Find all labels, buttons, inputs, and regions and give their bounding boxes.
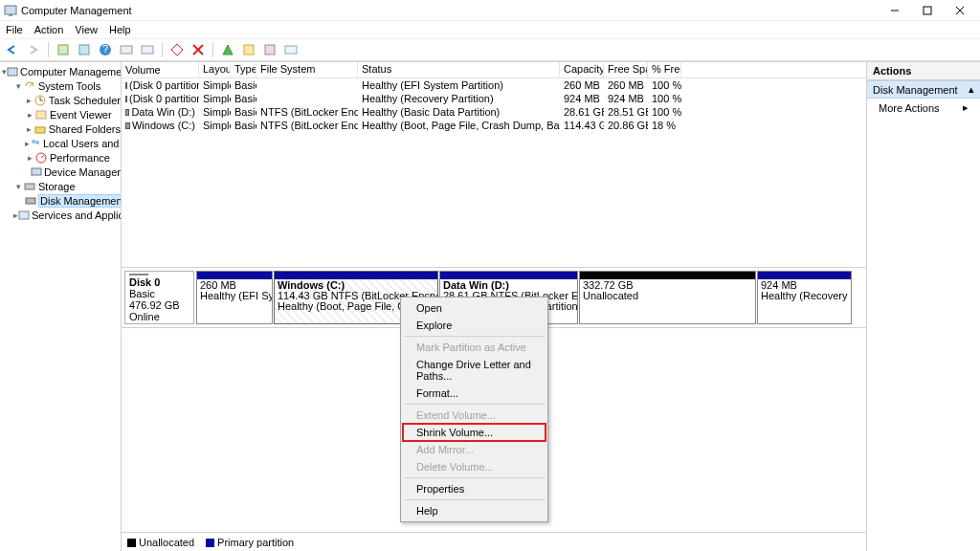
toolbar-icon[interactable] — [118, 41, 135, 58]
volume-row[interactable]: Windows (C:)SimpleBasicNTFS (BitLocker E… — [122, 119, 866, 132]
forward-button[interactable] — [25, 41, 42, 58]
volume-icon — [125, 96, 127, 102]
col-type[interactable]: Type — [231, 62, 256, 77]
volume-icon — [125, 109, 129, 116]
disk-type: Basic — [129, 288, 189, 299]
svg-rect-11 — [142, 46, 153, 54]
actions-header: Actions — [867, 62, 980, 80]
volume-header-row: Volume Layout Type File System Status Ca… — [122, 62, 866, 78]
col-status[interactable]: Status — [358, 62, 560, 77]
tree-event-viewer[interactable]: ▸Event Viewer — [0, 107, 121, 121]
partition[interactable]: 260 MBHealthy (EFI System — [196, 271, 273, 324]
toolbar-icon[interactable] — [55, 41, 72, 58]
svg-point-25 — [35, 141, 39, 144]
menu-item[interactable]: Properties — [403, 480, 546, 497]
menu-item: Mark Partition as Active — [403, 339, 546, 356]
menu-item: Add Mirror... — [403, 441, 546, 458]
menu-item[interactable]: Open — [403, 299, 546, 317]
disk-name: Disk 0 — [129, 276, 189, 288]
toolbar-icon[interactable] — [240, 41, 257, 58]
volume-row[interactable]: (Disk 0 partition 1)SimpleBasicHealthy (… — [122, 78, 866, 92]
close-button[interactable] — [944, 1, 976, 20]
svg-rect-30 — [26, 198, 35, 204]
menu-item[interactable]: Explore — [403, 317, 546, 334]
nav-tree[interactable]: ▾Computer Management (Local) ▾System Too… — [0, 62, 122, 551]
legend: Unallocated Primary partition — [122, 532, 866, 551]
svg-rect-15 — [265, 45, 275, 55]
actions-more[interactable]: More Actions ▸ — [867, 99, 980, 117]
toolbar-icon[interactable] — [261, 41, 278, 58]
partition[interactable]: 924 MBHealthy (Recovery Partitio — [757, 271, 852, 324]
menu-item: Delete Volume... — [403, 458, 546, 475]
menu-item[interactable]: Format... — [403, 385, 546, 402]
col-capacity[interactable]: Capacity — [560, 62, 604, 77]
svg-rect-0 — [5, 6, 16, 14]
toolbar-icon[interactable] — [282, 41, 300, 58]
chevron-right-icon: ▸ — [963, 101, 969, 114]
tree-system-tools[interactable]: ▾System Tools — [0, 78, 121, 93]
partition[interactable]: 332.72 GBUnallocated — [579, 271, 756, 324]
toolbar-icon[interactable] — [139, 41, 156, 58]
tree-task-scheduler[interactable]: ▸Task Scheduler — [0, 93, 121, 107]
toolbar: ? — [0, 38, 980, 61]
col-fs[interactable]: File System — [256, 62, 358, 77]
disk-label[interactable]: Disk 0 Basic 476.92 GB Online — [124, 271, 194, 324]
svg-line-27 — [41, 155, 44, 158]
svg-rect-7 — [79, 45, 89, 55]
help-icon[interactable]: ? — [97, 41, 114, 58]
svg-point-24 — [32, 140, 35, 143]
disk-size: 476.92 GB — [129, 299, 189, 311]
disk-icon — [129, 274, 148, 276]
tree-root[interactable]: ▾Computer Management (Local) — [0, 64, 121, 78]
toolbar-icon[interactable] — [76, 41, 93, 58]
col-volume[interactable]: Volume — [122, 62, 199, 77]
collapse-icon: ▴ — [969, 83, 974, 96]
maximize-button[interactable] — [911, 1, 944, 20]
legend-unalloc-label: Unallocated — [139, 537, 194, 548]
svg-rect-17 — [8, 68, 17, 76]
actions-pane: Actions Disk Management ▴ More Actions ▸ — [867, 62, 980, 551]
legend-unalloc-swatch — [127, 539, 136, 547]
titlebar: Computer Management — [0, 0, 980, 21]
menu-item[interactable]: Shrink Volume... — [403, 424, 546, 441]
svg-rect-28 — [32, 168, 41, 175]
volume-icon — [125, 122, 130, 129]
app-icon — [4, 4, 17, 17]
actions-disk-mgmt[interactable]: Disk Management ▴ — [867, 80, 980, 99]
minimize-button[interactable] — [879, 1, 911, 20]
menu-action[interactable]: Action — [34, 24, 64, 35]
svg-rect-16 — [285, 46, 297, 54]
col-free[interactable]: Free Space — [604, 62, 648, 77]
menu-item: Extend Volume... — [403, 407, 546, 424]
disk-state: Online — [129, 311, 189, 322]
svg-rect-14 — [244, 45, 254, 55]
menubar: File Action View Help — [0, 21, 980, 38]
delete-icon[interactable] — [189, 41, 207, 58]
volume-row[interactable]: (Disk 0 partition 4)SimpleBasicHealthy (… — [122, 92, 866, 105]
volume-row[interactable]: Data Win (D:)SimpleBasicNTFS (BitLocker … — [122, 105, 866, 119]
menu-item[interactable]: Change Drive Letter and Paths... — [403, 356, 546, 385]
volume-list[interactable]: Volume Layout Type File System Status Ca… — [122, 62, 866, 267]
toolbar-icon[interactable] — [219, 41, 236, 58]
menu-view[interactable]: View — [75, 24, 98, 35]
col-pfree[interactable]: % Free — [648, 62, 681, 77]
menu-help[interactable]: Help — [109, 24, 131, 35]
svg-rect-31 — [19, 211, 29, 219]
menu-file[interactable]: File — [6, 24, 23, 35]
tree-disk-management[interactable]: Disk Management — [0, 193, 121, 208]
volume-icon — [125, 82, 127, 89]
tree-local-users[interactable]: ▸Local Users and Groups — [0, 136, 121, 150]
menu-item[interactable]: Help — [403, 502, 546, 519]
back-button[interactable] — [4, 41, 21, 58]
svg-rect-29 — [25, 184, 34, 189]
tree-storage[interactable]: ▾Storage — [0, 179, 121, 193]
tree-device-manager[interactable]: Device Manager — [0, 165, 121, 179]
context-menu: OpenExploreMark Partition as ActiveChang… — [400, 297, 548, 522]
tree-shared-folders[interactable]: ▸Shared Folders — [0, 121, 121, 136]
toolbar-icon[interactable] — [168, 41, 186, 58]
tree-performance[interactable]: ▸Performance — [0, 150, 121, 165]
legend-primary-swatch — [206, 539, 214, 547]
svg-rect-22 — [36, 111, 46, 119]
tree-services[interactable]: ▸Services and Applications — [0, 208, 121, 222]
col-layout[interactable]: Layout — [199, 62, 231, 77]
